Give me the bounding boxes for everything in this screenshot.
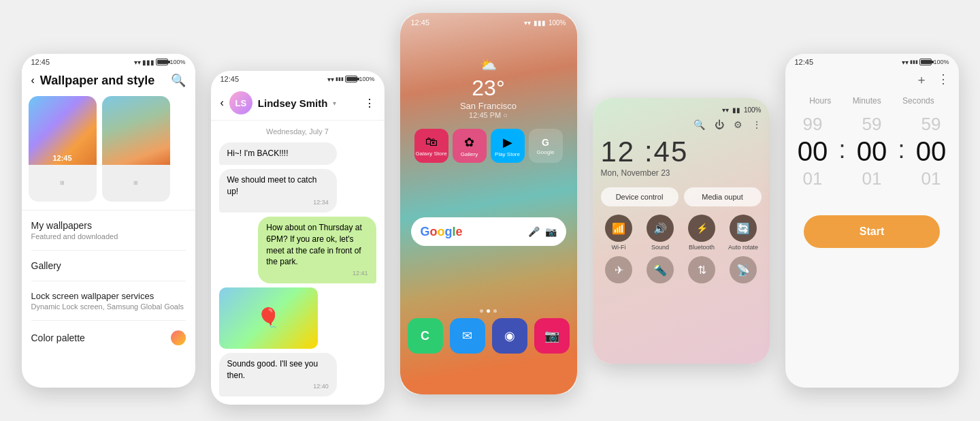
- battery-pct-5: 100%: [933, 59, 949, 65]
- phone-timer: 12:45 ▾▾ ▮▮▮ 100% ＋ ⋮ Hours Minutes Seco…: [785, 54, 959, 388]
- phone-wallpaper: 12:45 ▾▾ ▮▮▮ 100% ‹ Wallpaper and style …: [22, 54, 195, 388]
- menu-my-wallpapers[interactable]: My wallpapers Featured and downloaded: [31, 210, 186, 250]
- toggle-wifi[interactable]: 📶 Wi-Fi: [601, 215, 637, 251]
- dock-phone[interactable]: C: [408, 318, 443, 354]
- message-4: Sounds good. I'll see you then. 12:40: [219, 353, 337, 396]
- wallpaper-preview-2[interactable]: ⊞: [102, 96, 170, 202]
- sound-toggle-label: Sound: [651, 244, 669, 251]
- chevron-down-icon: ▾: [333, 99, 336, 107]
- qs-clock: 12 :45: [601, 136, 762, 168]
- menu-lock-wallpaper[interactable]: Lock screen wallpaper services Dynamic L…: [31, 281, 186, 320]
- signal-icon-5: ▮▮▮: [910, 59, 918, 65]
- phone-quick-settings: ▾▾ ▮▮ 100% 🔍 ⏻ ⚙ ⋮ 12 :45 Mon, November …: [593, 98, 770, 364]
- toggle-bluetooth[interactable]: ⚡ Bluetooth: [684, 215, 720, 251]
- mic-icon[interactable]: 🎤: [528, 226, 540, 237]
- chat-header: ‹ LS Lindsey Smith ▾ ⋮: [211, 86, 385, 121]
- wallpaper-preview-1[interactable]: 12:45 ⊞: [29, 96, 97, 202]
- app-google[interactable]: G Google: [529, 129, 563, 163]
- qs-toggle-grid: 📶 Wi-Fi 🔊 Sound ⚡ Bluetooth 🔄 Auto rotat…: [601, 215, 762, 285]
- timer-scroll: 99 00 01 : 59 00 01 : 59 00 01: [785, 108, 959, 195]
- app-play-store[interactable]: ▶ Play Store: [491, 129, 525, 163]
- qs-date: Mon, November 23: [601, 168, 762, 178]
- more-icon-5[interactable]: ⋮: [937, 72, 949, 88]
- menu-color-palette[interactable]: Color palette: [31, 321, 186, 355]
- color-palette-dot: [171, 330, 186, 345]
- sound-toggle-icon: 🔊: [647, 215, 674, 242]
- dock-browser[interactable]: ◉: [492, 318, 527, 354]
- autorotate-toggle-label: Auto rotate: [728, 244, 758, 251]
- qs-tab-media[interactable]: Media ouput: [684, 187, 762, 206]
- qs-battery-pct: 100%: [744, 106, 762, 114]
- bluetooth-toggle-label: Bluetooth: [689, 244, 715, 251]
- time-3: 12:45: [411, 18, 430, 27]
- back-icon-2[interactable]: ‹: [220, 97, 224, 109]
- wifi-icon-1: ▾▾: [134, 59, 141, 66]
- battery-pct-1: 100%: [169, 59, 185, 65]
- qs-power-icon[interactable]: ⏻: [715, 119, 724, 130]
- toggle-mobile-data[interactable]: ⇅: [684, 256, 720, 285]
- qs-top-buttons: 🔍 ⏻ ⚙ ⋮: [601, 119, 762, 130]
- message-2: We should meet to catch up! 12:34: [219, 169, 337, 213]
- toggle-flashlight[interactable]: 🔦: [642, 256, 679, 285]
- hours-fade-bot: 01: [802, 168, 822, 189]
- app-dock: C ✉ ◉ 📷: [400, 318, 577, 354]
- toggle-airplane[interactable]: ✈: [601, 256, 637, 285]
- weather-city: San Francisco: [400, 101, 577, 111]
- dot-1: [480, 309, 483, 313]
- app-gallery[interactable]: ✿ Gallery: [453, 129, 487, 163]
- qs-tabs: Device control Media ouput: [601, 187, 762, 206]
- google-logo: Google: [421, 225, 463, 239]
- timer-col-labels: Hours Minutes Seconds: [785, 93, 959, 108]
- battery-icon-1: [156, 59, 168, 65]
- dock-camera[interactable]: 📷: [534, 318, 570, 354]
- data-toggle-icon: ⇅: [688, 256, 715, 283]
- toggle-sound[interactable]: 🔊 Sound: [642, 215, 679, 251]
- time-5: 12:45: [795, 58, 814, 66]
- toggle-autorotate[interactable]: 🔄 Auto rotate: [725, 215, 762, 251]
- separator-2: :: [898, 136, 905, 168]
- add-icon[interactable]: ＋: [915, 72, 928, 88]
- wifi-toggle-icon: 📶: [605, 215, 632, 242]
- qs-tab-device[interactable]: Device control: [601, 187, 679, 206]
- app-galaxy-store[interactable]: 🛍 Galaxy Store: [414, 129, 448, 163]
- bluetooth-toggle-icon: ⚡: [688, 215, 715, 242]
- back-icon-1[interactable]: ‹: [31, 74, 35, 87]
- wifi-icon-5: ▾▾: [902, 59, 909, 66]
- chat-image: 🎈: [219, 287, 318, 349]
- phone-home: 12:45 ▾▾ ▮▮▮ 100% ⛅ 23° San Francisco 12…: [400, 13, 577, 394]
- time-1: 12:45: [31, 58, 50, 66]
- more-icon-2[interactable]: ⋮: [364, 97, 375, 110]
- hours-label: Hours: [809, 96, 831, 106]
- page-dots: [400, 309, 577, 313]
- status-bar-1: 12:45 ▾▾ ▮▮▮ 100%: [22, 54, 195, 69]
- toggle-nfc[interactable]: 📡: [725, 256, 762, 285]
- app-grid: 🛍 Galaxy Store ✿ Gallery ▶ Play Store G …: [400, 129, 577, 163]
- wifi-icon-2: ▾▾: [327, 76, 334, 83]
- nfc-toggle-icon: 📡: [730, 256, 757, 283]
- minutes-fade-bot: 01: [862, 168, 882, 189]
- battery-icon-2: [345, 76, 357, 82]
- start-button[interactable]: Start: [804, 215, 940, 248]
- hours-fade-top: 99: [802, 114, 822, 135]
- wifi-toggle-label: Wi-Fi: [612, 244, 626, 251]
- search-bar[interactable]: Google 🎤 📷: [411, 217, 566, 246]
- lens-icon[interactable]: 📷: [545, 226, 557, 237]
- dot-2: [487, 309, 490, 313]
- menu-gallery[interactable]: Gallery: [31, 251, 186, 281]
- qs-more-icon[interactable]: ⋮: [752, 119, 762, 130]
- qs-search-icon[interactable]: 🔍: [693, 119, 705, 130]
- timer-header: ＋ ⋮: [785, 69, 959, 93]
- wallpaper-previews: 12:45 ⊞ ⊞: [22, 93, 195, 210]
- seconds-label: Seconds: [902, 96, 934, 106]
- chat-date: Wednesday, July 7: [219, 127, 376, 136]
- search-icon-1[interactable]: 🔍: [171, 73, 186, 88]
- timer-hours-col[interactable]: 99 00 01: [798, 114, 828, 189]
- phone-messaging: 12:45 ▾▾ ▮▮▮ 100% ‹ LS Lindsey Smith ▾ ⋮…: [211, 71, 385, 405]
- qs-status-bar: ▾▾ ▮▮ 100%: [601, 106, 762, 114]
- wallpaper-header: ‹ Wallpaper and style 🔍: [22, 69, 195, 93]
- chat-body: Wednesday, July 7 Hi~! I'm BACK!!!! We s…: [211, 121, 385, 405]
- qs-settings-icon[interactable]: ⚙: [734, 119, 742, 130]
- timer-minutes-col[interactable]: 59 00 01: [857, 114, 887, 189]
- timer-seconds-col[interactable]: 59 00 01: [916, 114, 947, 189]
- dock-messages[interactable]: ✉: [450, 318, 485, 354]
